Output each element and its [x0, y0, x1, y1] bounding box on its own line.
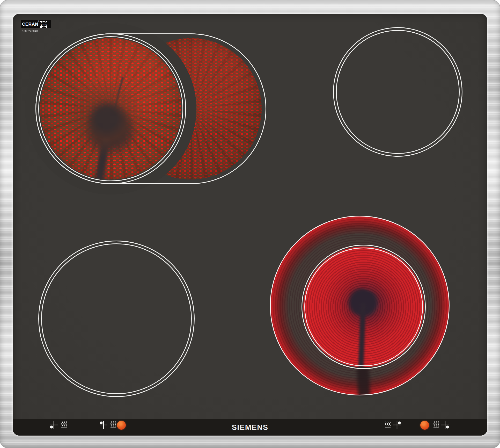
glass-ceramic-panel: CERAN® SCHOTT 9000228048: [13, 14, 487, 436]
zone-select-cross-dot-top-right-icon: [393, 421, 401, 429]
cooktop-photo: CERAN® SCHOTT 9000228048: [0, 0, 500, 448]
hot-zone-indicator: [420, 421, 429, 430]
zone-select-cross-dot-bottom-left-icon: [49, 421, 58, 429]
siemens-logo: SIEMENS: [232, 423, 268, 431]
zone-outline-back-left: [35, 33, 186, 184]
schott-emblem-icon: SCHOTT: [40, 21, 47, 28]
zone-select-cross-dot-top-left-icon: [99, 421, 108, 429]
residual-heat-icon: [384, 421, 391, 429]
zone-outline-front-left: [38, 241, 195, 397]
serial-number: 9000228048: [22, 30, 38, 33]
hot-zone-indicator: [117, 421, 126, 430]
zone-select-cross-dot-bottom-right-icon: [441, 421, 450, 429]
ceran-logo-text: CERAN®: [22, 22, 40, 27]
residual-heat-icon: [433, 421, 440, 429]
residual-heat-icon: [110, 421, 117, 429]
inner-zone-outline-front-right: [302, 245, 426, 369]
ceran-logo: CERAN® SCHOTT: [21, 20, 51, 28]
residual-heat-icon: [61, 421, 68, 429]
control-print-band: SIEMENS: [13, 419, 487, 436]
svg-text:SCHOTT: SCHOTT: [41, 23, 47, 25]
zone-outline-back-right: [333, 27, 462, 157]
